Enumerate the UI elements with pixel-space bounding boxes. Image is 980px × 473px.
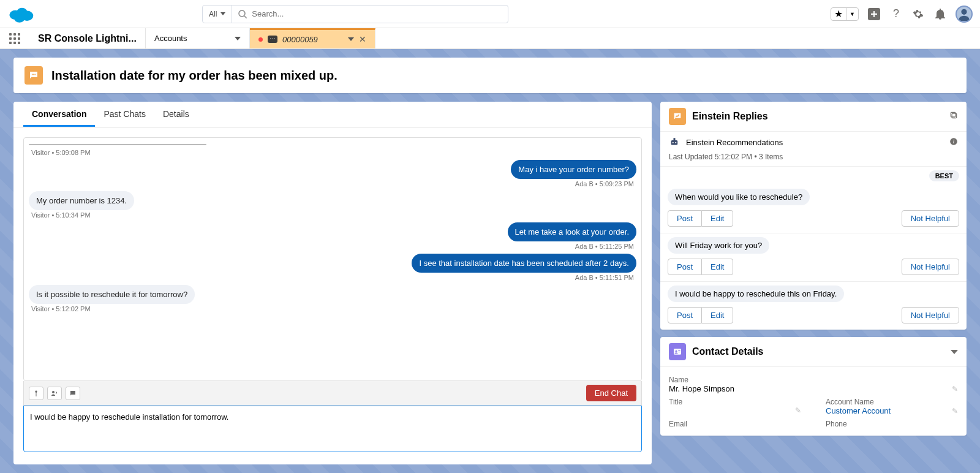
search-scope-dropdown[interactable]: All — [203, 6, 232, 23]
global-add-button[interactable] — [867, 7, 881, 21]
not-helpful-button[interactable]: Not Helpful — [902, 210, 959, 227]
message-meta: Ada B • 5:11:51 PM — [573, 273, 636, 282]
reply-text: I would be happy to reschedule this on F… — [668, 286, 844, 302]
chevron-down-icon[interactable] — [348, 37, 354, 41]
reply-suggestion: Will Friday work for you? Post Edit Not … — [660, 233, 967, 282]
record-number: 00000059 — [282, 35, 318, 44]
chat-record-icon — [24, 66, 43, 85]
einstein-title: Einstein Replies — [692, 111, 768, 122]
visitor-message: Is it possible to reschedule it for tomo… — [29, 285, 195, 304]
sidebar: Einstein Replies Einstein Recommendation… — [660, 102, 967, 464]
not-helpful-button[interactable]: Not Helpful — [902, 307, 959, 324]
tab-details[interactable]: Details — [154, 102, 198, 127]
reply-text: When would you like to reschedule? — [668, 189, 810, 205]
svg-rect-24 — [678, 352, 680, 352]
notifications-bell-icon[interactable] — [933, 7, 947, 21]
record-title: Installation date for my order has been … — [51, 69, 337, 83]
svg-line-5 — [244, 16, 247, 18]
field-label-phone: Phone — [826, 420, 958, 428]
einstein-replies-card: Einstein Replies Einstein Recommendation… — [660, 102, 967, 330]
chevron-down-icon — [235, 37, 241, 40]
chevron-down-icon[interactable] — [951, 346, 958, 357]
edit-button[interactable]: Edit — [702, 307, 733, 324]
app-launcher-button[interactable] — [0, 28, 29, 48]
chevron-down-icon — [221, 12, 225, 15]
message-meta: Visitor • 5:09:08 PM — [29, 148, 93, 157]
raise-flag-button[interactable] — [29, 387, 43, 400]
tab-past-chats[interactable]: Past Chats — [95, 102, 154, 127]
post-button[interactable]: Post — [668, 307, 702, 324]
edit-button[interactable]: Edit — [702, 259, 733, 275]
agent-message: May i have your order number? — [511, 160, 636, 179]
compose-area — [23, 406, 642, 455]
app-name: SR Console Lightni... — [29, 28, 146, 48]
nav-tab-accounts[interactable]: Accounts — [146, 28, 250, 48]
edit-pencil-icon[interactable]: ✎ — [795, 406, 801, 415]
global-search: All — [202, 5, 508, 23]
svg-point-7 — [961, 9, 967, 14]
tab-conversation[interactable]: Conversation — [23, 102, 95, 127]
message-meta: Ada B • 5:09:23 PM — [573, 179, 636, 189]
svg-rect-18 — [674, 138, 676, 140]
chat-transcript[interactable]: Visitor • 5:09:08 PM May i have your ord… — [23, 137, 642, 381]
svg-text:i: i — [953, 138, 954, 144]
salesforce-logo — [7, 5, 35, 23]
svg-point-4 — [239, 10, 245, 17]
post-button[interactable]: Post — [668, 259, 702, 275]
reply-text: Will Friday work for you? — [668, 237, 769, 254]
svg-rect-13 — [952, 113, 957, 118]
chat-panel: Conversation Past Chats Details Visitor … — [13, 102, 652, 464]
transfer-chat-button[interactable] — [47, 387, 62, 400]
contact-icon — [669, 343, 686, 360]
scroll-indicator — [29, 144, 206, 145]
svg-rect-15 — [671, 140, 678, 145]
svg-rect-14 — [951, 112, 956, 117]
message-meta: Visitor • 5:12:02 PM — [29, 304, 93, 314]
global-header: All ★ ▼ ? — [0, 0, 980, 28]
field-label-email: Email — [669, 420, 801, 428]
svg-point-3 — [14, 14, 25, 23]
copy-icon[interactable] — [949, 111, 958, 122]
visitor-message: My order number is 1234. — [29, 191, 134, 210]
message-meta: Ada B • 5:11:25 PM — [573, 241, 636, 251]
user-avatar[interactable] — [956, 6, 973, 23]
svg-point-12 — [52, 391, 55, 393]
search-scope-label: All — [209, 10, 217, 18]
contact-details-card: Contact Details Name Mr. Hope Simpson ✎ … — [660, 337, 967, 436]
info-icon[interactable]: i — [949, 137, 958, 148]
help-icon[interactable]: ? — [889, 7, 903, 21]
reply-suggestion: I would be happy to reschedule this on F… — [660, 282, 967, 330]
message-input[interactable] — [23, 406, 642, 452]
svg-point-16 — [673, 142, 674, 143]
search-input[interactable] — [252, 9, 502, 18]
workspace: Installation date for my order has been … — [0, 49, 980, 473]
svg-point-11 — [34, 74, 36, 75]
chat-toolbar: End Chat — [23, 381, 642, 406]
not-helpful-button[interactable]: Not Helpful — [902, 259, 959, 275]
svg-point-22 — [676, 350, 677, 352]
post-button[interactable]: Post — [668, 210, 702, 227]
star-icon: ★ — [831, 8, 846, 20]
reply-suggestion: When would you like to reschedule? Post … — [660, 185, 967, 233]
nav-tab-chat-record[interactable]: 00000059 ✕ — [250, 28, 375, 48]
svg-point-8 — [959, 15, 970, 20]
setup-gear-icon[interactable] — [911, 7, 925, 21]
einstein-recs-label: Einstein Recommendations — [686, 138, 783, 147]
edit-pencil-icon[interactable]: ✎ — [952, 385, 958, 393]
close-tab-icon[interactable]: ✕ — [359, 34, 366, 44]
field-value-account[interactable]: Customer Account — [826, 406, 891, 415]
einstein-bot-icon — [669, 137, 680, 148]
new-chat-button[interactable] — [66, 387, 80, 400]
field-label-account: Account Name — [826, 398, 958, 406]
end-chat-button[interactable]: End Chat — [586, 385, 636, 401]
svg-point-17 — [675, 142, 676, 143]
edit-button[interactable]: Edit — [702, 210, 733, 227]
app-nav: SR Console Lightni... Accounts 00000059 … — [0, 28, 980, 49]
field-label-name: Name — [669, 376, 958, 384]
unread-indicator-icon — [258, 37, 263, 42]
nav-tab-label: Accounts — [154, 34, 187, 43]
edit-pencil-icon[interactable]: ✎ — [952, 407, 958, 415]
search-icon — [238, 10, 247, 18]
svg-point-9 — [32, 74, 33, 75]
favorites-button[interactable]: ★ ▼ — [831, 7, 859, 21]
